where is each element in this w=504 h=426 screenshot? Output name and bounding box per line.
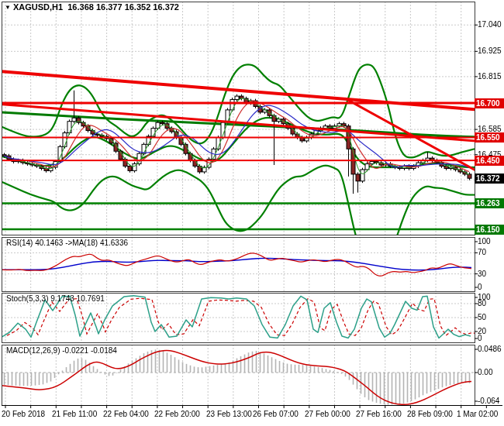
ohlc-quote: 16.368 16.377 16.352 16.372 <box>67 2 179 12</box>
time-axis-label: 1 Mar 02:00 <box>457 410 498 418</box>
chart-title: ▼XAGUSD,H1 16.368 16.377 16.352 16.372 <box>5 2 179 12</box>
macd-tick: 0.0486 <box>478 345 502 353</box>
price-badge-black: 16.372 <box>475 173 504 184</box>
symbol-timeframe: XAGUSD,H1 <box>13 2 63 12</box>
price-tick: 16.925 <box>478 46 502 55</box>
price-tick: 16.815 <box>478 72 502 81</box>
time-axis-label: 21 Feb 11:00 <box>52 410 97 418</box>
main-price-panel[interactable] <box>2 2 475 235</box>
rsi-tick: 30 <box>478 270 486 278</box>
rsi-tick: 100 <box>478 237 491 246</box>
time-axis-label: 20 Feb 2018 <box>2 410 45 418</box>
rsi-tick: 70 <box>478 248 486 256</box>
time-axis-label: 27 Feb 16:00 <box>356 410 402 418</box>
stoch-label: Stoch(5,3,3) 9.1743 10.7691 <box>6 294 105 303</box>
time-axis-label: 23 Feb 13:00 <box>206 410 252 418</box>
price-badge-red: 16.450 <box>475 156 504 166</box>
rsi-tick: 0 <box>478 283 482 291</box>
price-badge-green: 16.150 <box>475 225 504 235</box>
macd-tick: -0.064 <box>478 397 499 405</box>
stoch-tick: 0 <box>478 334 482 342</box>
price-badge-red: 16.700 <box>475 98 504 108</box>
time-axis-label: 22 Feb 20:00 <box>154 410 200 418</box>
time-axis-label: 28 Feb 09:00 <box>407 410 453 418</box>
time-axis-label: 27 Feb 00:00 <box>305 410 350 418</box>
price-badge-green: 16.263 <box>475 198 504 208</box>
symbol-dropdown-icon: ▼ <box>5 4 11 11</box>
price-tick: 17.040 <box>478 20 502 29</box>
time-axis-label: 22 Feb 04:00 <box>103 410 149 418</box>
price-badge-red: 16.550 <box>475 132 504 143</box>
macd-tick: 0.00 <box>478 368 492 376</box>
stoch-tick: 80 <box>478 299 486 307</box>
macd-label: MACD(12,26,9) -0.0221 -0.0184 <box>6 346 117 355</box>
trading-chart-window: ▼XAGUSD,H1 16.368 16.377 16.352 16.372 R… <box>0 0 504 426</box>
stoch-tick: 50 <box>478 313 486 321</box>
rsi-label: RSI(14) 40.1463 ->MA(18) 41.6336 <box>6 239 128 247</box>
time-axis-label: 26 Feb 07:00 <box>253 410 299 418</box>
